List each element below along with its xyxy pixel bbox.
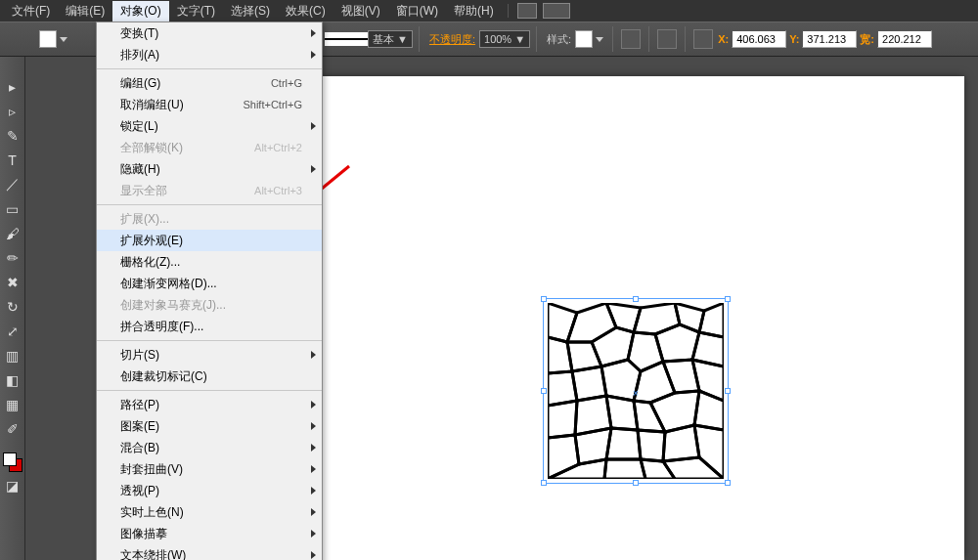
resize-handle-tl[interactable] — [541, 296, 547, 302]
w-value-field[interactable]: 220.212 — [877, 30, 932, 48]
eyedropper-tool-icon[interactable]: ✐ — [2, 418, 23, 440]
menu-item-label: 图案(E) — [120, 418, 159, 435]
pencil-tool-icon[interactable]: ✏ — [2, 247, 23, 269]
menu-item-12[interactable]: 栅格化(Z)... — [97, 251, 322, 273]
menu-item-label: 栅格化(Z)... — [120, 254, 180, 271]
menu-item-24[interactable]: 透视(P) — [97, 480, 322, 501]
workspace-switch-icon[interactable] — [543, 3, 570, 19]
menu-item-1[interactable]: 排列(A) — [97, 44, 322, 65]
menu-item-26[interactable]: 图像描摹 — [97, 523, 322, 544]
eraser-tool-icon[interactable]: ✖ — [2, 272, 23, 293]
opacity-label[interactable]: 不透明度: — [429, 32, 475, 47]
resize-handle-bl[interactable] — [541, 480, 547, 486]
menu-item-label: 实时上色(N) — [120, 504, 184, 521]
brush-tool-icon[interactable]: 🖌 — [2, 223, 23, 244]
menu-item-23[interactable]: 封套扭曲(V) — [97, 458, 322, 480]
toolbox: ▸ ▹ ✎ T ／ ▭ 🖌 ✏ ✖ ↻ ⤢ ▥ ◧ ▦ ✐ ◪ — [0, 57, 25, 560]
menu-item-label: 锁定(L) — [120, 118, 158, 135]
menu-shortcut: Shift+Ctrl+G — [243, 99, 302, 110]
pen-tool-icon[interactable]: ✎ — [2, 125, 23, 147]
menu-object[interactable]: 对象(O) — [112, 1, 168, 22]
direct-select-tool-icon[interactable]: ▹ — [2, 101, 23, 122]
stroke-preview[interactable] — [325, 32, 368, 46]
selection-tool-icon[interactable]: ▸ — [2, 76, 23, 98]
opacity-combo[interactable]: 100% ▼ — [479, 30, 530, 48]
style-swatch[interactable] — [575, 30, 593, 48]
resize-handle-tr[interactable] — [725, 296, 731, 302]
menu-select[interactable]: 选择(S) — [223, 1, 278, 22]
fill-swatch-control[interactable] — [39, 30, 70, 48]
menu-item-14: 创建对象马赛克(J)... — [97, 294, 322, 316]
menu-item-label: 编组(G) — [120, 75, 160, 92]
x-label: X: — [718, 33, 729, 45]
menu-item-label: 切片(S) — [120, 347, 159, 364]
menu-item-label: 透视(P) — [120, 483, 159, 499]
style-label: 样式: — [547, 32, 571, 47]
menu-item-label: 取消编组(U) — [120, 97, 184, 113]
menu-item-3[interactable]: 编组(G)Ctrl+G — [97, 72, 322, 94]
rectangle-tool-icon[interactable]: ▭ — [2, 198, 23, 220]
submenu-arrow-icon — [311, 122, 316, 130]
menu-item-7[interactable]: 隐藏(H) — [97, 158, 322, 180]
menu-item-label: 显示全部 — [120, 183, 167, 199]
menubar: 文件(F) 编辑(E) 对象(O) 文字(T) 选择(S) 效果(C) 视图(V… — [0, 0, 978, 22]
transform-anchor-icon[interactable] — [693, 29, 713, 49]
resize-handle-ml[interactable] — [541, 388, 547, 394]
submenu-arrow-icon — [311, 551, 316, 559]
resize-handle-tm[interactable] — [633, 296, 639, 302]
align-icon[interactable] — [657, 29, 677, 49]
menu-edit[interactable]: 编辑(E) — [58, 1, 112, 22]
center-mark-icon: × — [633, 388, 639, 394]
shape-builder-tool-icon[interactable]: ◧ — [2, 369, 23, 391]
menu-divider — [97, 204, 322, 205]
menu-item-13[interactable]: 创建渐变网格(D)... — [97, 273, 322, 294]
menu-item-18[interactable]: 创建裁切标记(C) — [97, 366, 322, 387]
menu-item-label: 扩展(X)... — [120, 211, 169, 228]
submenu-arrow-icon — [311, 465, 316, 473]
layout-icon[interactable] — [517, 3, 537, 19]
menu-item-label: 创建对象马赛克(J)... — [120, 297, 226, 314]
resize-handle-mr[interactable] — [725, 388, 731, 394]
menu-item-11[interactable]: 扩展外观(E) — [97, 230, 322, 251]
resize-handle-br[interactable] — [725, 480, 731, 486]
fill-stroke-swatch-icon[interactable] — [3, 452, 22, 472]
gradient-tool-icon[interactable]: ▦ — [2, 394, 23, 415]
menu-item-27[interactable]: 文本绕排(W) — [97, 544, 322, 560]
menu-help[interactable]: 帮助(H) — [446, 1, 502, 22]
menu-view[interactable]: 视图(V) — [333, 1, 388, 22]
menu-item-10: 扩展(X)... — [97, 208, 322, 230]
selected-artwork[interactable]: × — [548, 303, 724, 479]
menu-divider — [97, 68, 322, 69]
menu-item-label: 变换(T) — [120, 25, 158, 42]
submenu-arrow-icon — [311, 422, 316, 430]
resize-handle-bm[interactable] — [633, 480, 639, 486]
menu-item-5[interactable]: 锁定(L) — [97, 115, 322, 137]
menu-item-20[interactable]: 路径(P) — [97, 394, 322, 415]
submenu-arrow-icon — [311, 29, 316, 37]
scale-tool-icon[interactable]: ⤢ — [2, 321, 23, 342]
menu-divider — [97, 390, 322, 391]
width-tool-icon[interactable]: ▥ — [2, 345, 23, 366]
menu-item-25[interactable]: 实时上色(N) — [97, 501, 322, 523]
x-value-field[interactable]: 406.063 — [732, 30, 786, 48]
menu-window[interactable]: 窗口(W) — [388, 1, 446, 22]
menu-item-15[interactable]: 拼合透明度(F)... — [97, 316, 322, 337]
submenu-arrow-icon — [311, 351, 316, 359]
stroke-preset-combo[interactable]: 基本 ▼ — [368, 30, 413, 48]
menu-item-4[interactable]: 取消编组(U)Shift+Ctrl+G — [97, 94, 322, 115]
draw-mode-icon[interactable]: ◪ — [2, 475, 23, 496]
y-value-field[interactable]: 371.213 — [802, 30, 857, 48]
menu-item-0[interactable]: 变换(T) — [97, 22, 322, 44]
menu-file[interactable]: 文件(F) — [4, 1, 58, 22]
menu-item-label: 隐藏(H) — [120, 161, 160, 178]
menu-item-21[interactable]: 图案(E) — [97, 415, 322, 437]
rotate-tool-icon[interactable]: ↻ — [2, 296, 23, 318]
menu-divider — [97, 340, 322, 341]
menu-item-17[interactable]: 切片(S) — [97, 344, 322, 366]
line-tool-icon[interactable]: ／ — [2, 174, 23, 195]
menu-text[interactable]: 文字(T) — [169, 1, 223, 22]
menu-item-22[interactable]: 混合(B) — [97, 437, 322, 458]
menu-effect[interactable]: 效果(C) — [278, 1, 333, 22]
type-tool-icon[interactable]: T — [2, 150, 23, 171]
recolor-icon[interactable] — [621, 29, 641, 49]
